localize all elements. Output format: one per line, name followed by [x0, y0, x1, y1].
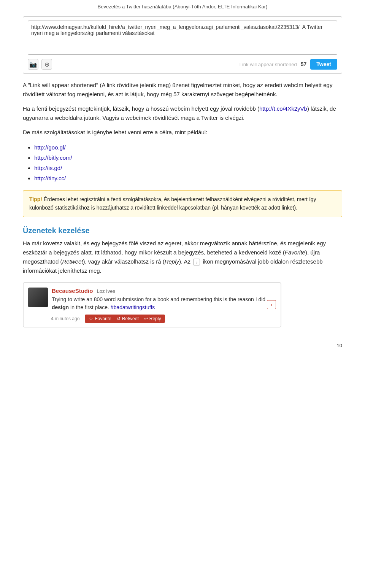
tip-box: Tipp! Érdemes lehet regisztrálni a fenti…	[23, 190, 342, 217]
page-number: 10	[23, 343, 342, 348]
tweet-action-reply[interactable]: ↩ Reply	[144, 316, 161, 321]
paragraph-1: A "Link will appear shortened" (A link r…	[23, 81, 342, 99]
tip-text: Érdemes lehet regisztrálni a fenti szolg…	[29, 196, 316, 211]
tweet-button[interactable]: Tweet	[310, 59, 337, 70]
chevron-inline-icon: ›	[193, 259, 200, 265]
page-header: Bevezetés a Twitter használatába (Abonyi…	[23, 0, 342, 16]
tweet-card: BecauseStudio Loz Ives Trying to write a…	[23, 282, 281, 327]
tweet-chevron-button[interactable]: ›	[267, 300, 276, 309]
list-item: http://tiny.cc/	[34, 173, 342, 183]
tweet-action-favorite[interactable]: ☆ Favorite	[89, 316, 111, 321]
tweet-compose-box: http://www.delmagyar.hu/kulfold_hirek/a_…	[23, 16, 342, 74]
tweet-action-highlight: ☆ Favorite ↺ Retweet ↩ Reply	[85, 315, 165, 323]
paragraph-3: De más szolgáltatásokat is igénybe lehet…	[23, 128, 342, 137]
paragraph-2: Ha a fenti bejegyzést megtekintjük, láts…	[23, 104, 342, 122]
tweet-content: BecauseStudio Loz Ives Trying to write a…	[52, 288, 276, 311]
tweet-compose-footer: 📷 ⊕ Link will appear shortened 57 Tweet	[28, 59, 337, 70]
retweet-italic: Retweet	[62, 258, 83, 265]
short-link[interactable]: http://t.co/4Xk2yVb	[259, 105, 307, 112]
link-is[interactable]: http://is.gd/	[34, 165, 62, 171]
tweet-card-inner: BecauseStudio Loz Ives Trying to write a…	[24, 283, 281, 311]
favorite-italic: Favorite	[285, 249, 305, 256]
link-shortened-label: Link will appear shortened	[240, 62, 297, 67]
list-item: http://goo.gl/	[34, 142, 342, 153]
camera-icon-btn[interactable]: 📷	[28, 59, 38, 70]
reply-icon: ↩	[144, 316, 148, 321]
link-bitly[interactable]: http://bitly.com/	[34, 154, 72, 161]
tweet-text: Trying to write an 800 word submission f…	[52, 296, 276, 311]
link-tiny[interactable]: http://tiny.cc/	[34, 175, 66, 181]
retweet-icon: ↺	[117, 316, 121, 321]
location-icon: ⊕	[44, 61, 49, 68]
url-list: http://goo.gl/ http://bitly.com/ http://…	[34, 142, 342, 183]
tip-label: Tipp!	[29, 196, 42, 202]
link-goo[interactable]: http://goo.gl/	[34, 144, 66, 151]
section-heading: Üzenetek kezelése	[23, 226, 342, 235]
tweet-time: 4 minutes ago	[51, 316, 79, 321]
tweet-actions-bar: 4 minutes ago ☆ Favorite ↺ Retweet ↩ Rep…	[24, 311, 281, 327]
tweet-header: BecauseStudio Loz Ives	[52, 288, 276, 294]
tweet-hashtag: #badatwritingstuffs	[111, 304, 155, 310]
location-icon-btn[interactable]: ⊕	[41, 59, 52, 70]
camera-icon: 📷	[29, 61, 37, 68]
tweet-bold-word: design	[52, 304, 69, 310]
list-item: http://bitly.com/	[34, 153, 342, 163]
tweet-handle: Loz Ives	[97, 288, 115, 294]
tweet-compose-textarea[interactable]: http://www.delmagyar.hu/kulfold_hirek/a_…	[28, 21, 337, 55]
tweet-avatar	[28, 288, 48, 307]
star-icon: ☆	[89, 316, 93, 321]
char-count: 57	[301, 61, 307, 67]
header-title: Bevezetés a Twitter használatába (Abonyi…	[98, 4, 268, 10]
list-item: http://is.gd/	[34, 163, 342, 173]
tweet-compose-icons: 📷 ⊕	[28, 59, 52, 70]
paragraph-4: Ha már követsz valakit, és egy bejegyzés…	[23, 239, 342, 275]
reply-italic: Reply	[165, 258, 179, 265]
tweet-action-retweet[interactable]: ↺ Retweet	[117, 316, 139, 321]
tweet-username: BecauseStudio	[52, 288, 93, 294]
